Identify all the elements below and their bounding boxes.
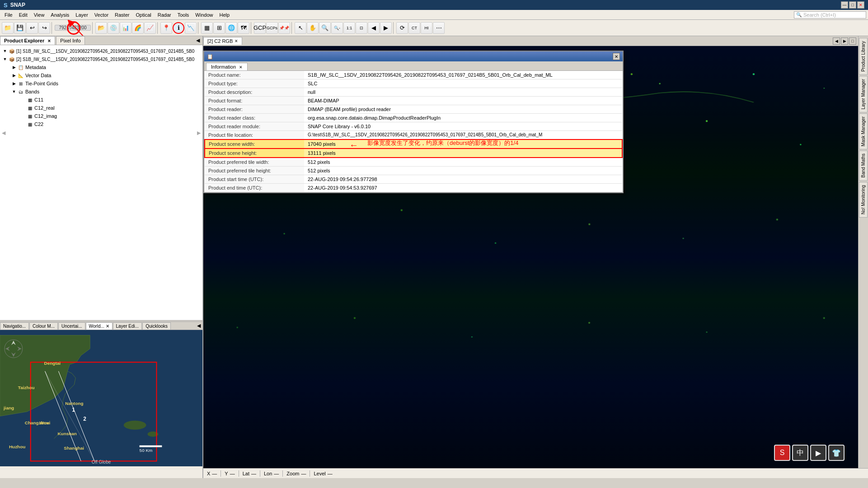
right-tab-layer-manager[interactable]: Layer Manager (859, 76, 868, 112)
view-maximize[interactable]: □ (849, 37, 856, 45)
tree-toggle-p1[interactable]: ▼ (2, 48, 8, 54)
close-btn[interactable]: ✕ (857, 1, 864, 9)
tb-prev-btn[interactable]: ◀ (368, 22, 380, 34)
tree-view[interactable]: ▼ 📦 [1] S1B_IW_SLC__1SDV_20190822T095426… (0, 45, 202, 320)
tb-info-btn[interactable]: ℹ (173, 22, 184, 34)
tree-item-vec[interactable]: ▶ 📐 Vector Data (2, 71, 201, 79)
nav-panel-close[interactable]: ◀ (195, 322, 202, 330)
float-btn-shirt[interactable]: 👕 (828, 445, 845, 461)
tree-item-bands[interactable]: ▼ 🗂 Bands (2, 88, 201, 96)
tree-prev-arrow[interactable]: ◀ (2, 130, 5, 136)
tb-graph-btn[interactable]: 📊 (120, 22, 131, 34)
right-tab-monitoring[interactable]: No! Monitoring (859, 182, 868, 218)
right-tab-product-library[interactable]: Product Library (859, 38, 868, 75)
tree-toggle-vec[interactable]: ▶ (11, 72, 17, 79)
menu-file[interactable]: File (2, 11, 15, 19)
float-btn-zhong[interactable]: 中 (792, 445, 808, 461)
tb-nav-btn[interactable]: 🗺 (238, 22, 249, 34)
tb-save-btn[interactable]: 💾 (14, 22, 26, 34)
nav-tab-world[interactable]: World... ✕ (86, 322, 113, 330)
tb-next-btn[interactable]: ▶ (380, 22, 392, 34)
nav-tab-colour[interactable]: Colour M... (29, 322, 58, 330)
tb-gcps2-btn[interactable]: GCPs (266, 22, 278, 34)
tree-toggle-p2[interactable]: ▼ (2, 56, 8, 62)
tb-pin-btn[interactable]: 📍 (160, 22, 172, 34)
view-nav-prev[interactable]: ◀ (833, 37, 840, 45)
tree-item-c12r[interactable]: ▦ C12_real (2, 104, 201, 112)
menu-window[interactable]: Window (192, 11, 216, 19)
menu-raster[interactable]: Raster (112, 11, 132, 19)
float-btn-s[interactable]: S (774, 445, 790, 461)
tb-import-btn[interactable]: 📂 (95, 22, 107, 34)
tree-item-c11[interactable]: ▦ C11 (2, 96, 201, 104)
product-explorer-close[interactable]: ✕ (47, 39, 51, 43)
tb-redo-btn[interactable]: ↪ (38, 22, 50, 34)
info-tab-close[interactable]: ✕ (239, 65, 243, 70)
right-sidebar: Product Library Layer Manager Mask Manag… (858, 36, 868, 468)
tree-next-arrow[interactable]: ▶ (197, 130, 201, 136)
tb-pan-btn[interactable]: ✋ (307, 22, 319, 34)
tab-product-explorer[interactable]: Product Explorer ✕ (0, 36, 55, 45)
tab-pixel-info[interactable]: Pixel Info (56, 36, 84, 45)
float-btn-play[interactable]: ▶ (810, 445, 826, 461)
tb-zoomout-btn[interactable]: 🔍- (331, 22, 343, 34)
tree-item-meta[interactable]: ▶ 📋 Metadata (2, 63, 201, 71)
tb-sync-btn[interactable]: ⟳ (396, 22, 408, 34)
tree-item-p2[interactable]: ▼ 📦 [2] S1B_IW_SLC__1SDV_20190822T095426… (2, 55, 201, 63)
nav-tab-uncertainty[interactable]: Uncertai... (58, 322, 85, 330)
info-value-desc: null (304, 88, 622, 97)
nav-tab-layer[interactable]: Layer Edi... (113, 322, 142, 330)
tb-zoomin-btn[interactable]: 🔍 (319, 22, 331, 34)
tb-bands-btn[interactable]: ▦ (201, 22, 213, 34)
menu-optical[interactable]: Optical (133, 11, 154, 19)
tb-world-btn[interactable]: 🌐 (225, 22, 237, 34)
tb-cursor-btn[interactable]: ↖ (295, 22, 306, 34)
tb-pins2-btn[interactable]: 📌📌 (278, 22, 290, 34)
menu-tools[interactable]: Tools (175, 11, 192, 19)
minimize-btn[interactable]: — (841, 1, 848, 9)
tb-export-btn[interactable]: 💿 (108, 22, 119, 34)
right-tab-mask-manager[interactable]: Mask Manager (859, 113, 868, 149)
view-tab-c2rgb[interactable]: [2] C2 RGB ✕ (203, 37, 242, 45)
menu-radar[interactable]: Radar (155, 11, 174, 19)
tree-item-tie[interactable]: ▶ ⊞ Tie-Point Grids (2, 79, 201, 88)
tb-histogram-btn[interactable]: HI (421, 22, 432, 34)
nav-tab-quicklooks[interactable]: Quicklooks (142, 322, 171, 330)
tb-zoom100-btn[interactable]: 1:1 (343, 22, 355, 34)
tb-new-btn[interactable]: 📁 (2, 22, 14, 34)
info-scroll[interactable]: Product name: S1B_IW_SLC__1SDV_20190822T… (204, 71, 623, 192)
info-tab-information[interactable]: Information ✕ (206, 63, 248, 70)
tb-spectrum-btn[interactable]: 🌈 (132, 22, 144, 34)
tb-colortable-btn[interactable]: CT (408, 22, 420, 34)
menu-view[interactable]: View (31, 11, 47, 19)
view-tab-close[interactable]: ✕ (235, 39, 238, 43)
tree-item-p1[interactable]: ▼ 📦 [1] S1B_IW_SLC__1SDV_20190822T095426… (2, 47, 201, 55)
menu-help[interactable]: Help (216, 11, 232, 19)
search-box[interactable]: 🔍 Search (Ctrl+I) (794, 11, 866, 19)
tb-more-btn[interactable]: ⋯ (433, 22, 445, 34)
tree-item-c12i[interactable]: ▦ C12_imag (2, 112, 201, 120)
view-tabs: [2] C2 RGB ✕ ◀ ▶ □ (203, 36, 858, 46)
left-panel-close[interactable]: ◀ (193, 37, 202, 44)
menu-layer[interactable]: Layer (73, 11, 91, 19)
menu-analysis[interactable]: Analysis (48, 11, 72, 19)
tb-tiles-btn[interactable]: ⊞ (213, 22, 225, 34)
right-tab-band-maths[interactable]: Band Maths (859, 150, 868, 181)
tb-spectral-btn[interactable]: 📉 (185, 22, 197, 34)
tb-gcp-btn[interactable]: GCP (254, 22, 266, 34)
menu-vector[interactable]: Vector (92, 11, 111, 19)
info-label-tile-h: Product preferred tile height: (205, 167, 304, 175)
info-dialog-close-btn[interactable]: ✕ (613, 53, 620, 60)
tree-item-c22[interactable]: ▦ C22 (2, 120, 201, 128)
nav-tab-navigation[interactable]: Navigatio... (0, 322, 29, 330)
tb-profile-btn[interactable]: 📈 (144, 22, 156, 34)
maximize-btn[interactable]: □ (849, 1, 856, 9)
tree-toggle-bands[interactable]: ▼ (11, 88, 17, 95)
tree-toggle-tie[interactable]: ▶ (11, 80, 17, 87)
menu-edit[interactable]: Edit (16, 11, 30, 19)
view-nav-next[interactable]: ▶ (841, 37, 848, 45)
tree-toggle-meta[interactable]: ▶ (11, 64, 17, 70)
window-controls[interactable]: — □ ✕ (841, 1, 864, 9)
tb-undo-btn[interactable]: ↩ (26, 22, 38, 34)
tb-zoomfit-btn[interactable]: ⊡ (356, 22, 367, 34)
